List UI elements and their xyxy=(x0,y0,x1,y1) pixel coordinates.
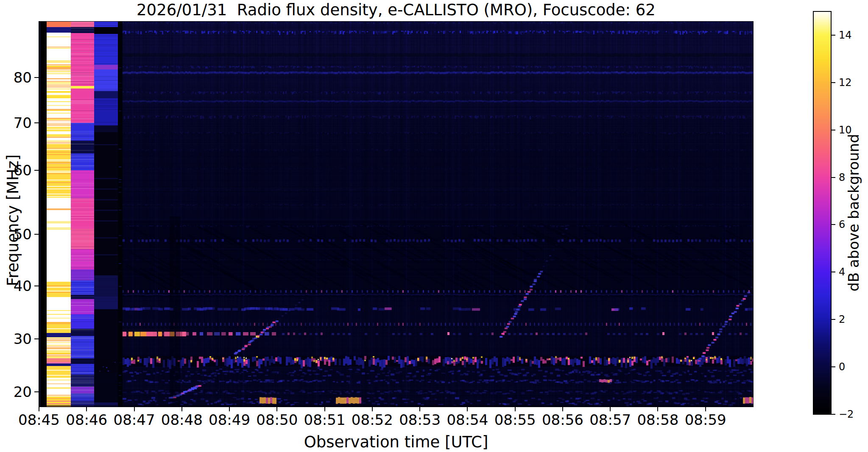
y-tick-label: 60 xyxy=(14,162,32,179)
x-tick-mark xyxy=(86,407,87,411)
y-tick-label: 50 xyxy=(14,226,32,243)
colorbar-tick-label: 4 xyxy=(839,266,845,278)
colorbar-tick-mark xyxy=(832,177,835,178)
x-tick-label: 08:48 xyxy=(161,411,203,428)
colorbar-label: dB above background xyxy=(845,134,862,291)
y-tick-mark xyxy=(34,286,39,286)
x-tick-label: 08:53 xyxy=(399,411,441,428)
colorbar-tick-label: 14 xyxy=(839,29,852,41)
colorbar-tick-mark xyxy=(832,130,835,130)
x-tick-mark xyxy=(276,407,277,411)
x-tick-mark xyxy=(467,407,468,411)
x-tick-mark xyxy=(39,407,39,411)
x-tick-label: 08:46 xyxy=(66,411,107,428)
x-tick-mark xyxy=(515,407,516,411)
x-tick-mark xyxy=(324,407,325,411)
colorbar-tick-mark xyxy=(832,414,835,415)
x-tick-mark xyxy=(181,407,182,411)
x-tick-mark xyxy=(372,407,373,411)
y-tick-label: 40 xyxy=(14,277,32,294)
x-tick-mark xyxy=(134,407,135,411)
colorbar-tick-label: 8 xyxy=(839,172,845,183)
x-tick-label: 08:58 xyxy=(637,411,678,428)
colorbar-tick-mark xyxy=(832,366,835,367)
x-tick-mark xyxy=(705,407,706,411)
spectrogram-figure: 2026/01/31 Radio flux density, e-CALLIST… xyxy=(0,0,868,452)
x-tick-label: 08:55 xyxy=(494,411,536,428)
colorbar-tick-label: 12 xyxy=(839,77,852,89)
colorbar-tick-mark xyxy=(832,224,835,225)
x-tick-mark xyxy=(657,407,658,411)
x-tick-mark xyxy=(229,407,230,411)
y-tick-label: 70 xyxy=(14,114,32,131)
colorbar-tick-mark xyxy=(832,272,835,272)
plot-title: 2026/01/31 Radio flux density, e-CALLIST… xyxy=(137,1,656,19)
colorbar-tick-mark xyxy=(832,35,835,36)
y-tick-mark xyxy=(34,170,39,171)
y-tick-mark xyxy=(34,234,39,235)
x-tick-mark xyxy=(562,407,563,411)
x-tick-label: 08:51 xyxy=(304,411,346,428)
y-tick-mark xyxy=(34,338,39,339)
colorbar-tick-label: 6 xyxy=(839,219,845,230)
y-tick-label: 80 xyxy=(14,69,32,86)
x-tick-label: 08:47 xyxy=(114,411,155,428)
spectrogram-canvas xyxy=(39,22,753,407)
x-tick-label: 08:57 xyxy=(589,411,631,428)
colorbar-tick-label: 0 xyxy=(839,361,845,373)
x-tick-label: 08:50 xyxy=(256,411,298,428)
colorbar-tick-label: −2 xyxy=(839,408,854,420)
colorbar-tick-label: 2 xyxy=(839,313,845,325)
x-tick-label: 08:49 xyxy=(209,411,250,428)
x-tick-label: 08:54 xyxy=(447,411,488,428)
y-tick-label: 20 xyxy=(14,383,32,400)
x-tick-label: 08:56 xyxy=(542,411,583,428)
colorbar-tick-mark xyxy=(832,82,835,83)
y-tick-mark xyxy=(34,391,39,392)
colorbar xyxy=(813,11,831,414)
x-tick-mark xyxy=(419,407,420,411)
spectrogram-plot-area xyxy=(39,22,753,407)
y-tick-mark xyxy=(34,122,39,123)
y-tick-mark xyxy=(34,77,39,78)
x-tick-label: 08:59 xyxy=(685,411,726,428)
colorbar-tick-mark xyxy=(832,319,835,320)
x-tick-label: 08:45 xyxy=(18,411,60,428)
x-axis-label: Observation time [UTC] xyxy=(304,433,488,451)
x-tick-label: 08:52 xyxy=(352,411,393,428)
y-tick-label: 30 xyxy=(14,330,32,347)
x-tick-mark xyxy=(610,407,611,411)
